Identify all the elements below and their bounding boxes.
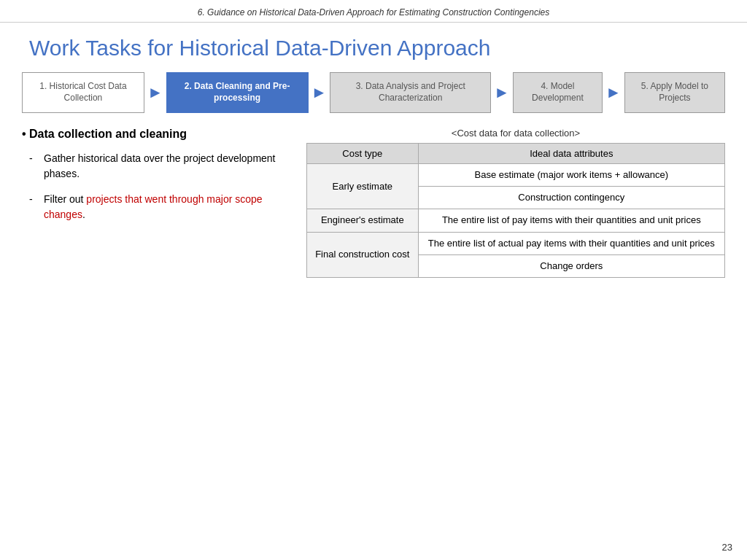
bullet-title: Data collection and cleaning — [22, 128, 285, 141]
table-row: Early estimate Base estimate (major work… — [307, 164, 725, 187]
attr-final-2: Change orders — [418, 254, 724, 277]
page-number: 23 — [722, 542, 732, 553]
left-panel: Data collection and cleaning Gather hist… — [22, 128, 285, 278]
attr-engineer-1: The entire list of pay items with their … — [418, 209, 724, 232]
cost-type-engineer: Engineer's estimate — [307, 209, 419, 232]
table-row: Final construction cost The entire list … — [307, 232, 725, 254]
sub-list: Gather historical data over the project … — [22, 151, 285, 222]
flow-box-5: 5. Apply Model to Projects — [624, 72, 725, 113]
arrow-4: ► — [605, 85, 622, 101]
flow-diagram: 1. Historical Cost Data Collection ► 2. … — [0, 72, 747, 113]
page-title: Work Tasks for Historical Data-Driven Ap… — [0, 23, 747, 72]
header-text: 6. Guidance on Historical Data-Driven Ap… — [198, 7, 549, 18]
table-caption: <Cost data for data collection> — [306, 128, 725, 139]
col-header-ideal: Ideal data attributes — [418, 144, 724, 164]
main-content: Data collection and cleaning Gather hist… — [0, 128, 747, 278]
arrow-3: ► — [494, 85, 510, 101]
cost-type-final: Final construction cost — [307, 232, 419, 277]
table-header-row: Cost type Ideal data attributes — [307, 144, 725, 164]
attr-early-2: Construction contingency — [418, 187, 724, 209]
list-item-2: Filter out projects that went through ma… — [29, 192, 285, 222]
flow-box-2: 2. Data Cleaning and Pre-processing — [166, 72, 309, 113]
list-item-1: Gather historical data over the project … — [29, 151, 285, 182]
col-header-cost-type: Cost type — [307, 144, 419, 164]
header: 6. Guidance on Historical Data-Driven Ap… — [0, 0, 747, 23]
page-container: 6. Guidance on Historical Data-Driven Ap… — [0, 0, 747, 560]
attr-early-1: Base estimate (major work items + allowa… — [418, 164, 724, 187]
arrow-2: ► — [311, 85, 328, 101]
arrow-1: ► — [147, 85, 163, 101]
table-row: Engineer's estimate The entire list of p… — [307, 209, 725, 232]
cost-table: Cost type Ideal data attributes Early es… — [306, 143, 725, 278]
attr-final-1: The entire list of actual pay items with… — [418, 232, 724, 254]
right-panel: <Cost data for data collection> Cost typ… — [306, 128, 725, 278]
flow-box-4: 4. Model Development — [513, 72, 603, 113]
flow-box-1: 1. Historical Cost Data Collection — [22, 72, 144, 113]
flow-box-3: 3. Data Analysis and Project Characteriz… — [330, 72, 491, 113]
cost-type-early: Early estimate — [307, 164, 419, 209]
